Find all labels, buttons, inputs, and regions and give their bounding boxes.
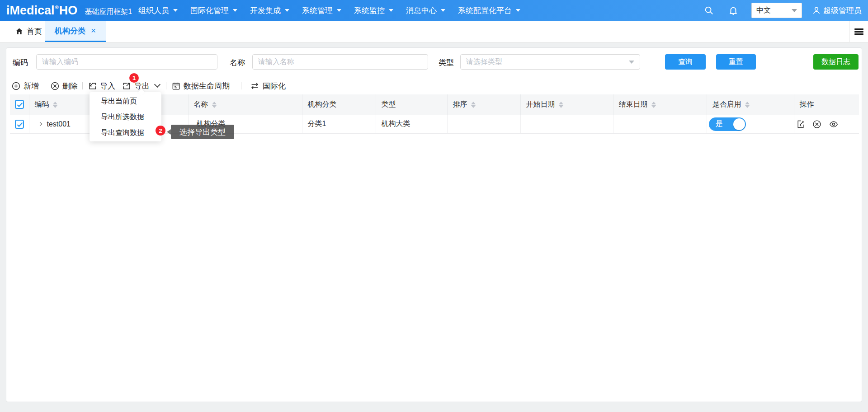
col-header-name[interactable]: 名称 xyxy=(188,94,302,115)
remove-circle-icon[interactable] xyxy=(812,120,821,129)
main-menu: 组织人员 国际化管理 开发集成 系统管理 系统监控 消息中心 系统配置化平台 xyxy=(132,0,527,21)
calendar-icon xyxy=(172,82,180,90)
sort-icon[interactable] xyxy=(745,102,750,108)
type-select[interactable]: 请选择类型 xyxy=(460,54,640,70)
tab-home[interactable]: 首页 xyxy=(0,21,45,42)
menu-system-config-platform[interactable]: 系统配置化平台 xyxy=(452,0,527,21)
chevron-down-icon xyxy=(441,9,445,12)
export-query-data-item[interactable]: 导出查询数据 xyxy=(90,125,161,140)
data-log-button[interactable]: 数据日志 xyxy=(813,54,859,70)
app-title: 基础应用框架1 xyxy=(85,7,132,17)
import-icon xyxy=(88,82,97,90)
menu-org-personnel[interactable]: 组织人员 xyxy=(132,0,184,21)
menu-i18n-management[interactable]: 国际化管理 xyxy=(184,0,244,21)
add-button[interactable]: 新增 xyxy=(12,77,39,94)
row-start-date xyxy=(520,115,613,133)
tab-bar: 首页 机构分类 × xyxy=(0,21,868,42)
col-header-end-date[interactable]: 结束日期 xyxy=(613,94,707,115)
sort-icon[interactable] xyxy=(559,102,563,108)
enabled-toggle[interactable]: 是 xyxy=(709,117,746,131)
type-label: 类型 xyxy=(439,57,454,68)
notification-bell-icon[interactable] xyxy=(724,0,742,21)
row-end-date xyxy=(613,115,707,133)
hamburger-icon xyxy=(854,28,863,35)
check-icon xyxy=(17,122,23,127)
row-sort xyxy=(447,115,520,133)
reset-button[interactable]: 重置 xyxy=(716,54,756,70)
menu-message-center[interactable]: 消息中心 xyxy=(400,0,452,21)
divider xyxy=(82,82,83,89)
col-header-type: 类型 xyxy=(376,94,447,115)
chevron-down-icon xyxy=(233,9,237,12)
expand-row-icon[interactable] xyxy=(38,122,43,126)
sort-icon[interactable] xyxy=(212,102,217,108)
row-code: test001 xyxy=(47,120,71,128)
chevron-down-icon xyxy=(173,9,178,12)
edit-icon[interactable] xyxy=(796,120,805,129)
chevron-down-icon xyxy=(337,9,341,12)
user-menu[interactable]: 超级管理员 xyxy=(812,5,862,16)
chevron-down-icon xyxy=(629,61,634,64)
menu-system-monitor[interactable]: 系统监控 xyxy=(348,0,400,21)
export-type-tooltip: 选择导出类型 xyxy=(171,125,234,139)
divider xyxy=(166,82,166,89)
sort-icon[interactable] xyxy=(471,102,476,108)
export-icon xyxy=(123,82,131,90)
toggle-knob xyxy=(733,118,745,130)
tab-list-menu[interactable] xyxy=(849,21,868,42)
chevron-down-icon xyxy=(154,81,160,88)
user-icon xyxy=(812,6,821,15)
export-badge: 1 xyxy=(129,73,139,83)
view-icon[interactable] xyxy=(829,120,839,129)
export-dropdown-menu: 导出当前页 导出所选数据 导出查询数据 xyxy=(90,92,161,141)
menu-system-management[interactable]: 系统管理 xyxy=(296,0,348,21)
code-input[interactable] xyxy=(36,54,217,70)
i18n-button[interactable]: 国际化 xyxy=(250,77,286,94)
name-input[interactable] xyxy=(252,54,428,70)
x-circle-icon xyxy=(51,82,59,90)
plus-circle-icon xyxy=(12,82,20,90)
home-icon xyxy=(15,27,24,36)
query-button[interactable]: 查询 xyxy=(665,54,706,70)
data-lifecycle-button[interactable]: 数据生命周期 xyxy=(172,77,230,94)
menu-dev-integration[interactable]: 开发集成 xyxy=(244,0,296,21)
col-header-category: 机构分类 xyxy=(302,94,376,115)
app-logo: iMedical®HO xyxy=(6,5,77,17)
delete-button[interactable]: 删除 xyxy=(51,77,78,94)
top-navbar: iMedical®HO 基础应用框架1 组织人员 国际化管理 开发集成 系统管理… xyxy=(0,0,868,21)
chevron-down-icon xyxy=(516,9,520,12)
filter-row: 编码 名称 类型 请选择类型 查询 重置 数据日志 xyxy=(6,54,862,70)
close-tab-icon[interactable]: × xyxy=(91,26,96,36)
search-icon[interactable] xyxy=(700,0,718,21)
registered-mark-icon: ® xyxy=(55,5,59,10)
col-header-actions: 操作 xyxy=(794,94,859,115)
row-checkbox[interactable] xyxy=(15,120,24,129)
language-select[interactable]: 中文 xyxy=(751,3,802,18)
chevron-down-icon xyxy=(285,9,289,12)
col-header-start-date[interactable]: 开始日期 xyxy=(520,94,613,115)
divider xyxy=(241,82,241,89)
export-current-page-item[interactable]: 导出当前页 xyxy=(90,93,161,109)
name-label: 名称 xyxy=(230,57,245,68)
row-category: 分类1 xyxy=(302,115,376,133)
code-label: 编码 xyxy=(13,57,28,68)
col-header-sort[interactable]: 排序 xyxy=(447,94,520,115)
transfer-arrows-icon xyxy=(250,82,259,90)
chevron-down-icon xyxy=(389,9,393,12)
tab-org-category[interactable]: 机构分类 × xyxy=(45,21,106,42)
chevron-down-icon xyxy=(792,9,797,12)
check-icon xyxy=(17,102,23,108)
export-query-badge: 2 xyxy=(156,126,165,136)
sort-icon[interactable] xyxy=(651,102,656,108)
export-selected-item[interactable]: 导出所选数据 xyxy=(90,109,161,125)
sort-icon[interactable] xyxy=(53,102,57,108)
row-type: 机构大类 xyxy=(376,115,447,133)
select-all-checkbox[interactable] xyxy=(15,100,24,109)
col-header-enabled[interactable]: 是否启用 xyxy=(707,94,794,115)
